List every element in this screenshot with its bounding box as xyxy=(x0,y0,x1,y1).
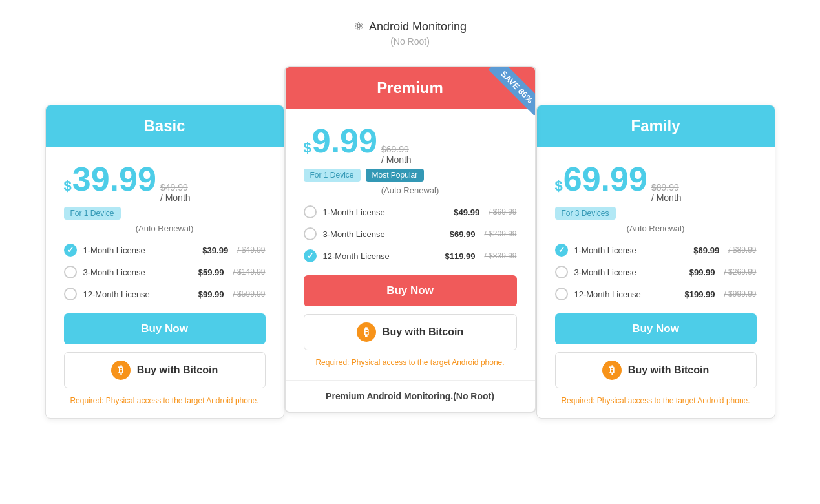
premium-buy-bitcoin-button[interactable]: ₿ Buy with Bitcoin xyxy=(304,314,517,350)
premium-license-list: 1-Month License $49.99 / $69.99 3-Month … xyxy=(304,205,517,262)
family-radio-12m[interactable] xyxy=(555,288,568,300)
family-plan-card: Family $ 69.99 $89.99 / Month For 3 Devi… xyxy=(536,105,775,419)
family-radio-1m[interactable] xyxy=(555,244,568,257)
family-license-12m: 12-Month License $199.99 / $999.99 xyxy=(555,288,757,300)
family-body: $ 69.99 $89.99 / Month For 3 Devices (Au… xyxy=(537,147,775,418)
basic-license-1m: 1-Month License $39.99 / $49.99 xyxy=(64,244,266,257)
premium-bottom-text: Premium Android Monitoring.(No Root) xyxy=(286,380,535,412)
bitcoin-icon-premium: ₿ xyxy=(357,322,376,342)
basic-price-row: $ 39.99 $49.99 / Month xyxy=(64,162,266,203)
basic-body: $ 39.99 $49.99 / Month For 1 Device (Aut… xyxy=(46,147,284,418)
premium-license-3m: 3-Month License $69.99 / $209.99 xyxy=(304,227,517,240)
family-license-list: 1-Month License $69.99 / $89.99 3-Month … xyxy=(555,244,757,300)
save-ribbon: SAVE 86% xyxy=(488,67,534,116)
family-price-row: $ 69.99 $89.99 / Month xyxy=(555,162,757,203)
basic-header: Basic xyxy=(46,105,284,147)
basic-buy-bitcoin-button[interactable]: ₿ Buy with Bitcoin xyxy=(64,352,266,388)
bitcoin-icon-basic: ₿ xyxy=(111,361,131,380)
android-icon: ⚛ xyxy=(353,19,364,34)
family-radio-3m[interactable] xyxy=(555,266,568,278)
family-buy-now-button[interactable]: Buy Now xyxy=(555,313,757,344)
premium-buy-now-button[interactable]: Buy Now xyxy=(304,275,517,306)
family-buy-bitcoin-button[interactable]: ₿ Buy with Bitcoin xyxy=(555,352,757,388)
pricing-cards: Basic $ 39.99 $49.99 / Month For 1 Devic… xyxy=(13,66,807,419)
premium-badges: For 1 Device Most Popular xyxy=(304,169,517,182)
premium-radio-12m[interactable] xyxy=(304,249,317,262)
basic-license-12m: 12-Month License $99.99 / $599.99 xyxy=(64,288,266,300)
family-license-1m: 1-Month License $69.99 / $89.99 xyxy=(555,244,757,257)
bitcoin-icon-family: ₿ xyxy=(602,361,622,380)
family-license-3m: 3-Month License $99.99 / $269.99 xyxy=(555,266,757,278)
basic-buy-now-button[interactable]: Buy Now xyxy=(64,313,266,344)
basic-radio-3m[interactable] xyxy=(64,266,77,278)
page-subtitle: (No Root) xyxy=(353,36,467,47)
page-title: ⚛ Android Monitoring xyxy=(353,19,467,34)
basic-license-list: 1-Month License $39.99 / $49.99 3-Month … xyxy=(64,244,266,300)
basic-license-3m: 3-Month License $59.99 / $149.99 xyxy=(64,266,266,278)
save-ribbon-wrap: SAVE 86% xyxy=(477,67,535,125)
family-header: Family xyxy=(537,105,775,147)
basic-radio-1m[interactable] xyxy=(64,244,77,257)
premium-radio-1m[interactable] xyxy=(304,205,317,218)
basic-radio-12m[interactable] xyxy=(64,288,77,300)
premium-plan-card: Premium SAVE 86% $ 9.99 $69.99 / Month F… xyxy=(284,66,536,413)
family-badges: For 3 Devices xyxy=(555,207,757,220)
page-header: ⚛ Android Monitoring (No Root) xyxy=(353,19,467,47)
premium-license-12m: 12-Month License $119.99 / $839.99 xyxy=(304,249,517,262)
basic-plan-card: Basic $ 39.99 $49.99 / Month For 1 Devic… xyxy=(45,105,284,419)
premium-license-1m: 1-Month License $49.99 / $69.99 xyxy=(304,205,517,218)
basic-badges: For 1 Device xyxy=(64,207,266,220)
premium-radio-3m[interactable] xyxy=(304,227,317,240)
premium-body: $ 9.99 $69.99 / Month For 1 Device Most … xyxy=(286,109,535,380)
premium-price-row: $ 9.99 $69.99 / Month xyxy=(304,124,517,165)
